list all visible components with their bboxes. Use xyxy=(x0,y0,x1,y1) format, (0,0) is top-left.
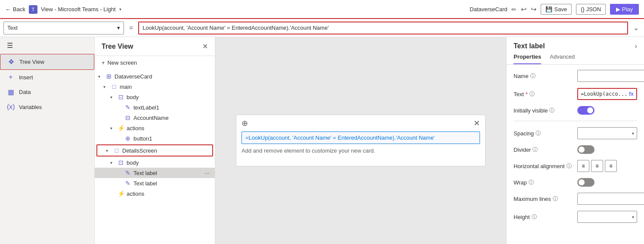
chevron-icon: ▾ xyxy=(110,160,115,165)
height-info-icon[interactable]: ⓘ xyxy=(532,213,537,221)
tree-label-dataversecard: DataverseCard xyxy=(115,73,211,80)
height-label-text: Height xyxy=(514,214,530,220)
right-panel-close-icon[interactable]: › xyxy=(635,42,637,50)
tree-label-actions1: actions xyxy=(127,125,211,131)
tree-item-body2[interactable]: ▾ ⊡ body xyxy=(95,157,215,168)
alignment-group: ≡ ≡ ≡ xyxy=(577,160,617,172)
wrap-info-icon[interactable]: ⓘ xyxy=(529,179,534,186)
text-required-marker: * xyxy=(526,91,528,97)
back-button[interactable]: ← Back xyxy=(5,6,25,13)
tree-item-more-options[interactable]: ··· xyxy=(203,169,211,176)
tree-item-body1[interactable]: ▾ ⊡ body xyxy=(95,92,215,102)
divider-toggle[interactable] xyxy=(577,145,594,154)
sidebar-item-variables[interactable]: (x) Variables xyxy=(0,100,94,114)
name-info-icon[interactable]: ⓘ xyxy=(530,72,536,80)
spacing-info-icon[interactable]: ⓘ xyxy=(536,130,541,137)
prop-row-name: Name ⓘ xyxy=(514,70,637,82)
formula-expand-icon[interactable]: ⌄ xyxy=(632,24,641,32)
prop-row-wrap: Wrap ⓘ xyxy=(514,178,637,187)
wrap-toggle[interactable] xyxy=(577,178,594,187)
button-icon: ⊕ xyxy=(124,135,132,142)
tree-item-textlabel2[interactable]: ▾ ✎ Text label ··· xyxy=(95,168,215,178)
maximum-lines-label-text: Maximum lines xyxy=(514,196,551,202)
label-icon: ✎ xyxy=(124,104,132,111)
chevron-icon: ▾ xyxy=(103,84,108,89)
formula-selector[interactable]: Text ▾ xyxy=(3,22,124,34)
tree-item-dataversecard[interactable]: ▾ ⊞ DataverseCard xyxy=(95,71,215,81)
edit-card-name-icon[interactable]: ✏ xyxy=(511,6,517,13)
app-icon-text: T xyxy=(32,7,35,12)
prop-label-spacing: Spacing ⓘ xyxy=(514,130,574,137)
undo-button[interactable]: ↩ xyxy=(521,5,526,13)
right-panel: Text label › Properties Advanced Name ⓘ … xyxy=(506,37,644,244)
equals-sign: = xyxy=(127,24,135,32)
chevron-icon: ▾ xyxy=(106,148,111,153)
body-icon: ⊡ xyxy=(117,159,125,166)
prop-label-name: Name ⓘ xyxy=(514,72,574,80)
prop-row-initially-visible: Initially visible ⓘ xyxy=(514,106,637,115)
tree-item-accountname[interactable]: ▾ ⊟ AccountName xyxy=(95,113,215,123)
align-center-button[interactable]: ≡ xyxy=(591,160,603,172)
spacing-dropdown[interactable]: ▾ xyxy=(577,127,637,139)
topbar: ← Back T View - Microsoft Teams - Light … xyxy=(0,0,644,19)
card-preview: ⊕ ✕ =LookUp(account, 'Account Name' = En… xyxy=(236,115,486,166)
new-screen-button[interactable]: + New screen xyxy=(95,56,215,69)
prop-label-text: Text * ⓘ xyxy=(514,91,574,98)
hamburger-menu-button[interactable]: ☰ xyxy=(0,37,94,54)
play-button[interactable]: ▶ Play xyxy=(610,4,639,15)
text-info-icon[interactable]: ⓘ xyxy=(529,91,535,98)
prop-row-divider: Divider ⓘ xyxy=(514,145,637,154)
align-left-button[interactable]: ≡ xyxy=(577,160,589,172)
back-icon: ← xyxy=(5,6,11,13)
tree-label-textlabel3: Text label xyxy=(133,180,211,187)
initially-visible-toggle[interactable] xyxy=(577,106,594,115)
sidebar-item-data[interactable]: ▦ Data xyxy=(0,84,94,100)
sidebar-item-data-label: Data xyxy=(19,89,31,95)
maximum-lines-input[interactable] xyxy=(577,193,644,205)
initially-visible-info-icon[interactable]: ⓘ xyxy=(549,107,554,114)
canvas-area[interactable]: ⊕ ✕ =LookUp(account, 'Account Name' = En… xyxy=(215,37,506,244)
text-formula-text: =LookUp(acco... xyxy=(581,91,627,97)
tree-item-detailsscreen[interactable]: ▾ □ DetailsScreen xyxy=(96,144,213,156)
tab-properties[interactable]: Properties xyxy=(514,53,541,64)
back-label: Back xyxy=(13,6,25,13)
text-formula-field[interactable]: =LookUp(acco... fx xyxy=(577,88,637,100)
sidebar-item-tree-view[interactable]: ❖ Tree View xyxy=(0,54,94,70)
prop-label-height: Height ⓘ xyxy=(514,213,574,221)
align-right-button[interactable]: ≡ xyxy=(605,160,617,172)
redo-button[interactable]: ↪ xyxy=(531,5,536,13)
maximum-lines-info-icon[interactable]: ⓘ xyxy=(553,195,558,203)
height-dropdown[interactable]: ▾ xyxy=(577,211,637,223)
tree-item-button1[interactable]: ▾ ⊕ button1 xyxy=(95,133,215,144)
horizontal-alignment-info-icon[interactable]: ⓘ xyxy=(567,163,572,170)
card-close-icon[interactable]: ✕ xyxy=(474,119,480,128)
right-panel-header: Text label › xyxy=(507,37,644,50)
tree-item-actions1[interactable]: ▾ ⚡ actions xyxy=(95,123,215,133)
fx-icon: fx xyxy=(629,91,634,97)
tab-advanced[interactable]: Advanced xyxy=(550,53,575,64)
tree-item-textlabel3[interactable]: ▾ ✎ Text label xyxy=(95,178,215,188)
actions-icon: ⚡ xyxy=(117,190,125,197)
name-input[interactable] xyxy=(577,70,644,82)
horizontal-alignment-label-text: Horizontal alignment xyxy=(514,163,565,169)
tree-label-textlabel2: Text label xyxy=(133,170,201,176)
divider-info-icon[interactable]: ⓘ xyxy=(533,146,538,153)
main-area: ☰ ❖ Tree View + Insert ▦ Data (x) Variab… xyxy=(0,37,644,244)
wrap-label-text: Wrap xyxy=(514,179,527,186)
tree-item-textlabel1[interactable]: ▾ ✎ textLabel1 xyxy=(95,102,215,113)
tree-item-actions2[interactable]: ▾ ⚡ actions xyxy=(95,188,215,199)
topbar-right: DataverseCard ✏ ↩ ↪ 💾 Save {} JSON ▶ Pla… xyxy=(470,4,639,15)
sidebar-item-insert[interactable]: + Insert xyxy=(0,70,94,84)
view-dropdown-icon[interactable]: ▾ xyxy=(119,7,121,12)
initially-visible-label-text: Initially visible xyxy=(514,107,548,114)
tree-label-body2: body xyxy=(127,160,211,166)
tree-label-detailsscreen: DetailsScreen xyxy=(122,147,209,154)
save-button[interactable]: 💾 Save xyxy=(541,4,572,15)
tree-item-main[interactable]: ▾ □ main xyxy=(95,81,215,92)
container-icon: □ xyxy=(110,83,118,90)
prop-label-wrap: Wrap ⓘ xyxy=(514,179,574,186)
json-button[interactable]: {} JSON xyxy=(576,4,606,15)
formula-input[interactable]: LookUp(account, 'Account Name' = Entered… xyxy=(138,22,628,34)
new-screen-plus-icon: + xyxy=(102,59,105,66)
tree-close-button[interactable]: ✕ xyxy=(202,42,208,50)
